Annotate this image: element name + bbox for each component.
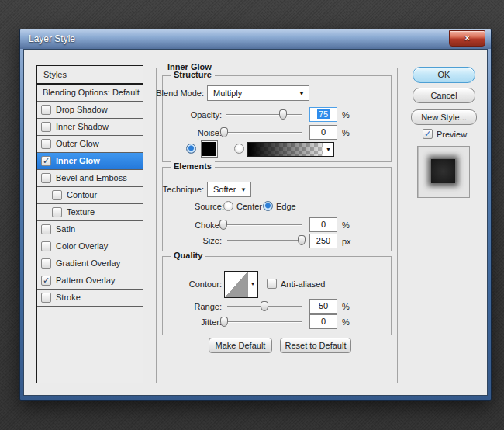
choke-slider-thumb[interactable] — [219, 220, 227, 230]
checkbox-unchecked[interactable] — [41, 122, 51, 132]
size-slider-thumb[interactable] — [298, 235, 306, 245]
checkbox-checked[interactable]: ✓ — [41, 276, 51, 286]
source-center-label: Center — [236, 202, 262, 211]
jitter-slider-thumb[interactable] — [220, 317, 228, 327]
jitter-slider[interactable] — [224, 321, 302, 323]
contour-thumbnail[interactable] — [225, 272, 247, 297]
sidebar-item-blending-options[interactable]: Blending Options: Default — [37, 85, 143, 102]
jitter-unit: % — [342, 317, 350, 327]
opacity-slider[interactable] — [226, 114, 302, 116]
chevron-down-icon: ▼ — [240, 182, 247, 197]
sidebar-item-stroke[interactable]: Stroke — [37, 290, 143, 307]
source-edge-radio[interactable] — [263, 201, 273, 211]
sidebar-item-drop-shadow[interactable]: Drop Shadow — [37, 102, 143, 119]
contour-label: Contour: — [156, 279, 222, 289]
blend-mode-value: Multiply — [213, 88, 242, 98]
checkbox-unchecked[interactable] — [41, 173, 51, 183]
titlebar[interactable]: Layer Style ✕ — [20, 29, 491, 49]
chevron-down-icon: ▼ — [326, 147, 331, 152]
styles-header: Styles — [36, 65, 143, 84]
sidebar-item-label: Outer Glow — [56, 136, 99, 152]
range-field[interactable]: 50 — [309, 299, 337, 314]
sidebar-item-inner-glow[interactable]: ✓ Inner Glow — [37, 153, 143, 170]
check-icon: ✓ — [42, 276, 50, 285]
checkbox-unchecked[interactable] — [52, 190, 62, 200]
solid-color-radio[interactable] — [186, 144, 196, 154]
cancel-button[interactable]: Cancel — [413, 88, 475, 103]
opacity-unit: % — [342, 110, 350, 120]
technique-value: Softer — [213, 185, 236, 194]
make-default-button[interactable]: Make Default — [209, 338, 272, 353]
checkbox-unchecked[interactable] — [41, 258, 51, 269]
sidebar-item-outer-glow[interactable]: Outer Glow — [37, 136, 143, 153]
chevron-down-icon: ▼ — [299, 86, 305, 101]
choke-value: 0 — [321, 220, 326, 229]
styles-list: Blending Options: Default Drop Shadow In… — [36, 84, 143, 383]
anti-aliased-checkbox[interactable] — [267, 279, 277, 289]
sidebar-item-label: Gradient Overlay — [56, 255, 120, 272]
checkbox-unchecked[interactable] — [41, 224, 51, 234]
sidebar-item-pattern-overlay[interactable]: ✓ Pattern Overlay — [37, 272, 143, 290]
opacity-field[interactable]: 75 — [309, 107, 337, 122]
preview-glow-swatch — [431, 159, 455, 183]
close-icon: ✕ — [464, 33, 471, 43]
sidebar-item-label: Inner Glow — [56, 153, 100, 169]
sidebar-item-gradient-overlay[interactable]: Gradient Overlay — [37, 255, 143, 272]
size-value: 250 — [316, 236, 330, 245]
checkbox-unchecked[interactable] — [41, 139, 51, 149]
checkbox-unchecked[interactable] — [52, 207, 62, 217]
checkbox-unchecked[interactable] — [41, 293, 51, 303]
noise-slider[interactable] — [224, 132, 302, 134]
gradient-dropdown-arrow[interactable]: ▼ — [323, 143, 333, 156]
opacity-slider-thumb[interactable] — [279, 109, 287, 120]
sidebar-item-contour[interactable]: Contour — [37, 187, 143, 204]
noise-slider-thumb[interactable] — [220, 127, 228, 137]
new-style-button[interactable]: New Style... — [411, 109, 477, 125]
sidebar-item-label: Bevel and Emboss — [56, 170, 127, 186]
source-center-radio[interactable] — [223, 201, 233, 211]
sidebar-item-label: Inner Shadow — [56, 119, 109, 135]
elements-legend: Elements — [171, 161, 215, 171]
check-icon: ✓ — [423, 130, 432, 138]
gradient-radio[interactable] — [234, 144, 244, 154]
choke-slider[interactable] — [223, 224, 302, 226]
sidebar-item-inner-shadow[interactable]: Inner Shadow — [37, 119, 143, 136]
sidebar-item-label: Satin — [56, 221, 75, 238]
close-button[interactable]: ✕ — [449, 30, 485, 47]
sidebar-item-label: Color Overlay — [56, 238, 108, 255]
choke-label: Choke: — [156, 220, 222, 230]
sidebar-item-label: Stroke — [56, 290, 81, 306]
sidebar-item-label: Contour — [67, 187, 97, 203]
sidebar-item-color-overlay[interactable]: Color Overlay — [37, 238, 143, 255]
checkbox-checked[interactable]: ✓ — [41, 156, 51, 166]
choke-field[interactable]: 0 — [309, 217, 337, 232]
checkbox-unchecked[interactable] — [41, 105, 51, 115]
technique-dropdown[interactable]: Softer ▼ — [207, 182, 251, 197]
contour-dropdown-arrow[interactable]: ▼ — [247, 272, 257, 297]
opacity-label: Opacity: — [156, 110, 222, 120]
preview-checkbox[interactable]: ✓ — [423, 129, 433, 139]
styles-header-label: Styles — [37, 70, 67, 79]
sidebar-item-texture[interactable]: Texture — [37, 204, 143, 221]
checkbox-unchecked[interactable] — [41, 241, 51, 251]
noise-field[interactable]: 0 — [309, 125, 337, 140]
dialog-content: Styles Blending Options: Default Drop Sh… — [23, 49, 488, 396]
size-slider[interactable] — [227, 240, 306, 241]
reset-to-default-button[interactable]: Reset to Default — [280, 338, 351, 353]
jitter-field[interactable]: 0 — [309, 314, 337, 329]
range-slider-thumb[interactable] — [261, 301, 268, 311]
glow-color-swatch[interactable] — [201, 140, 218, 158]
source-edge-label: Edge — [276, 202, 296, 211]
choke-unit: % — [342, 220, 350, 230]
size-field[interactable]: 250 — [309, 234, 337, 248]
sidebar-item-label: Drop Shadow — [56, 102, 108, 118]
gradient-picker[interactable]: ▼ — [247, 142, 334, 157]
contour-picker[interactable]: ▼ — [224, 271, 258, 298]
jitter-label: Jitter: — [156, 317, 222, 327]
blend-mode-dropdown[interactable]: Multiply ▼ — [207, 85, 309, 101]
opacity-value: 75 — [317, 109, 330, 119]
sidebar-item-label: Pattern Overlay — [56, 272, 115, 289]
sidebar-item-satin[interactable]: Satin — [37, 221, 143, 238]
sidebar-item-bevel-and-emboss[interactable]: Bevel and Emboss — [37, 170, 143, 187]
ok-button[interactable]: OK — [413, 67, 475, 83]
